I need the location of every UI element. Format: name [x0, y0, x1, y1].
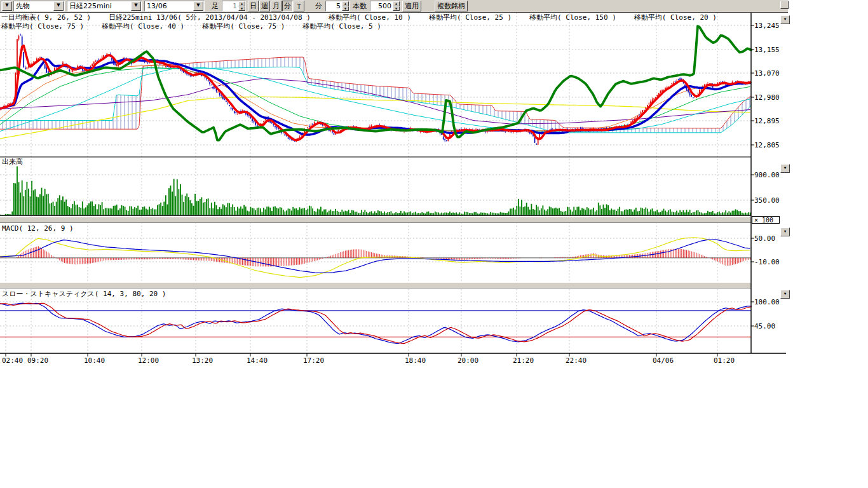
legend-entry: 移動平均( Close, 40 ) — [102, 22, 184, 30]
panel-scale-dropdown[interactable]: ▼ — [780, 15, 790, 24]
time-tick-label: 02:40 — [2, 356, 23, 365]
chart-area: 一目均衡表( 9, 26, 52 )日経225mini 13/06( 5分, 2… — [0, 13, 868, 394]
chevron-down-icon[interactable]: ▼ — [193, 1, 203, 11]
minute-value: 5 — [326, 2, 342, 10]
time-tick-label: 13:20 — [192, 356, 213, 365]
legend-entry: 移動平均( Close, 150 ) — [529, 13, 616, 22]
time-tick-label: 04/06 — [653, 356, 674, 365]
legend-row-1: 一目均衡表( 9, 26, 52 )日経225mini 13/06( 5分, 2… — [1, 14, 735, 22]
axis-tick-marks — [6, 25, 754, 356]
stoch-tick-label: 100.00 — [754, 299, 780, 306]
stochastics-panel — [0, 303, 751, 343]
macd-panel — [0, 238, 751, 278]
contract-month-value: 13/06 — [145, 2, 169, 10]
price-tick-label: 13,155 — [754, 46, 780, 53]
spinner-icon[interactable]: ▲▼ — [342, 1, 349, 11]
toolbar: ▼ 先物 ▼ 日経225mini ▼ 13/06 ▼ 足 1 ▲▼ 日週月分T … — [0, 0, 788, 13]
contract-month-combo[interactable]: 13/06 ▼ — [144, 1, 205, 11]
period-button-日[interactable]: 日 — [248, 1, 259, 11]
minute-label: 分 — [314, 1, 323, 11]
legend-entry: 移動平均( Close, 5 ) — [302, 22, 381, 30]
mini-combo[interactable]: ▼ — [1, 1, 11, 11]
period-button-分[interactable]: 分 — [282, 1, 293, 11]
chevron-down-icon[interactable]: ▼ — [2, 1, 12, 11]
stoch-panel-title: スロー・ストキャスティクス( 14, 3, 80, 20 ) — [2, 290, 166, 298]
price-tick-label: 12,805 — [754, 142, 780, 149]
chikou-span — [0, 26, 751, 140]
chart-canvas — [0, 13, 791, 369]
stoch-tick-label: 45.00 — [754, 323, 775, 330]
volume-panel-title: 出来高 — [2, 158, 23, 166]
macd-panel-title: MACD( 12, 26, 9 ) — [2, 225, 74, 233]
symbol-value: 日経225mini — [67, 1, 114, 11]
time-tick-label: 18:40 — [405, 356, 426, 365]
legend-entry: 移動平均( Close, 20 ) — [634, 13, 717, 22]
chevron-down-icon[interactable]: ▼ — [131, 1, 141, 11]
panel-scale-dropdown[interactable]: ▼ — [780, 227, 790, 236]
bar-count-stepper[interactable]: 500 ▲▼ — [370, 1, 400, 11]
time-tick-label: 01:20 — [714, 356, 735, 365]
panel-scale-dropdown[interactable]: ▼ — [780, 290, 790, 299]
legend-entry: 移動平均( Close, 25 ) — [429, 13, 512, 22]
period-button-週[interactable]: 週 — [259, 1, 270, 11]
time-tick-label: 09:20 — [27, 356, 48, 365]
spinner-icon[interactable]: ▲▼ — [393, 1, 400, 11]
time-tick-label: 20:00 — [458, 356, 478, 365]
time-tick-label: 14:40 — [247, 356, 268, 365]
vertical-gridlines — [6, 13, 717, 353]
volume-tick-label: 350.00 — [754, 197, 780, 204]
asset-class-combo[interactable]: 先物 ▼ — [13, 1, 65, 11]
price-tick-label: 13,070 — [754, 70, 780, 77]
time-tick-label: 17:20 — [303, 356, 324, 365]
macd-tick-label: -10.00 — [754, 259, 780, 266]
bar-count-label: 本数 — [351, 1, 368, 11]
volume-bars — [0, 166, 750, 215]
panel-scale-dropdown[interactable]: ▼ — [780, 164, 790, 173]
chart-application: ▼ 先物 ▼ 日経225mini ▼ 13/06 ▼ 足 1 ▲▼ 日週月分T … — [0, 0, 868, 488]
legend-entry: 移動平均( Close, 75 ) — [1, 22, 84, 30]
legend-entry: 日経225mini 13/06( 5分, 2013/04/04 - 2013/0… — [109, 13, 311, 22]
time-tick-label: 10:40 — [84, 356, 105, 365]
apply-button[interactable]: 適用 — [402, 1, 421, 11]
bar-type-label: 足 — [210, 1, 220, 11]
macd-tick-label: 50.00 — [754, 235, 775, 242]
scroll-corner-button[interactable] — [780, 1, 789, 9]
spinner-icon[interactable]: ▲▼ — [238, 1, 245, 11]
symbol-combo[interactable]: 日経225mini ▼ — [67, 1, 142, 11]
price-tick-label: 12,895 — [754, 118, 780, 125]
volume-multiplier-badge: × 100 — [752, 216, 780, 224]
volume-tick-label: 900.00 — [754, 172, 780, 179]
bar-count-value: 500 — [370, 2, 393, 10]
legend-entry: 一目均衡表( 9, 26, 52 ) — [1, 13, 91, 22]
multi-symbol-button[interactable]: 複数銘柄 — [435, 1, 468, 11]
period-button-T[interactable]: T — [294, 1, 304, 11]
legend-entry: 移動平均( Close, 75 ) — [202, 22, 285, 30]
legend-entry: 移動平均( Close, 10 ) — [329, 13, 411, 22]
asset-class-value: 先物 — [14, 1, 32, 11]
chevron-down-icon[interactable]: ▼ — [53, 1, 64, 11]
price-tick-label: 12,980 — [754, 94, 780, 101]
time-tick-label: 12:00 — [138, 356, 159, 365]
period-button-月[interactable]: 月 — [271, 1, 281, 11]
time-tick-label: 21:20 — [513, 356, 534, 365]
horizontal-gridlines — [0, 25, 751, 326]
bar-interval-stepper[interactable]: 1 ▲▼ — [222, 1, 246, 11]
price-tick-label: 13,245 — [754, 22, 780, 29]
legend-row-2: 移動平均( Close, 75 )移動平均( Close, 40 )移動平均( … — [1, 23, 399, 30]
time-tick-label: 22:40 — [566, 356, 587, 365]
minute-stepper[interactable]: 5 ▲▼ — [325, 1, 349, 11]
bar-interval-value: 1 — [222, 2, 238, 10]
period-button-group: 日週月分T — [248, 1, 304, 11]
